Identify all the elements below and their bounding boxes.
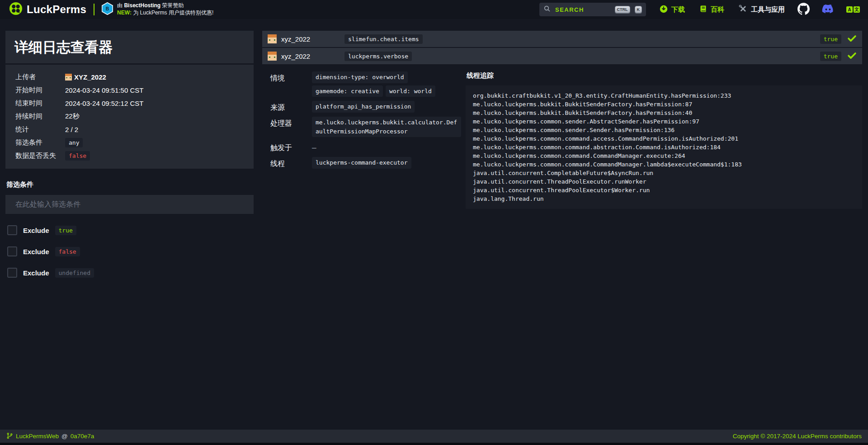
trace-section: 线程追踪 org.bukkit.craftbukkit.v1_20_R3.ent…: [466, 71, 862, 209]
context-value: gamemode: creative: [312, 85, 383, 97]
exclude-false-value: false: [55, 247, 80, 256]
sponsor-name: BisectHosting: [124, 2, 160, 9]
meta-uploader-value: XYZ_2022: [74, 73, 106, 81]
search-label: SEARCH: [555, 6, 610, 13]
footer-repo-link[interactable]: LuckPermsWeb @ 0a70e7a: [6, 432, 94, 440]
caused-by-value: —: [312, 141, 316, 153]
git-branch-icon: [6, 432, 13, 440]
search-button[interactable]: SEARCH CTRL K: [539, 3, 646, 16]
trace-heading: 线程追踪: [467, 71, 862, 80]
trace-line: me.lucko.luckperms.common.command.Comman…: [473, 151, 855, 160]
page-title: 详细日志查看器: [14, 38, 245, 57]
nav-items: 下载 百科: [660, 5, 785, 14]
footer-at-sign: @: [61, 433, 68, 440]
sponsor-prefix: 由: [117, 2, 124, 9]
footer: LuckPermsWeb @ 0a70e7a Copyright © 2017-…: [0, 430, 868, 443]
meta-duration-label: 持续时间: [15, 112, 65, 121]
github-icon[interactable]: [797, 3, 810, 17]
session-sidebar: 详细日志查看器 上传者 XYZ_2022 开始时间 2024-03-24 09:…: [5, 31, 254, 278]
tools-icon: [739, 5, 747, 14]
check-icon: [847, 33, 857, 45]
navbar: LuckPerms B 由 BisectHosting 荣誉赞助 NEW: 为 …: [0, 0, 868, 19]
result-row-user: xyz_2022: [268, 34, 344, 43]
nav-wiki-label: 百科: [711, 5, 724, 14]
exclude-true-checkbox[interactable]: [7, 225, 17, 235]
detail-caused-by-label: 触发于: [262, 141, 312, 153]
trace-line: me.lucko.luckperms.common.command.abstra…: [473, 143, 855, 151]
svg-text:B: B: [106, 6, 109, 11]
meta-filter-row: 筛选条件 any: [15, 137, 245, 147]
detail-thread-row: 线程 luckperms-command-executor: [262, 157, 466, 169]
origin-value: platform_api_has_permission: [312, 101, 415, 113]
header-icon-buttons: A 文: [797, 2, 860, 17]
footer-project-name: LuckPermsWeb: [16, 433, 59, 440]
filter-input[interactable]: [5, 195, 254, 214]
permission-node: luckperms.verbose: [344, 52, 412, 61]
exclude-false-row: Exclude false: [5, 246, 254, 256]
meta-stats-label: 统计: [15, 125, 65, 134]
detail-origin-label: 来源: [262, 101, 312, 113]
result-value-badge: true: [820, 52, 841, 61]
meta-stats-value: 2 / 2: [65, 126, 78, 133]
detail-context-label: 情境: [262, 71, 312, 97]
trace-line: me.lucko.luckperms.bukkit.BukkitSenderFa…: [473, 100, 855, 109]
meta-uploader-label: 上传者: [15, 73, 65, 81]
processor-value: me.lucko.luckperms.bukkit.calculator.Def…: [312, 117, 461, 137]
ctrl-keycap: CTRL: [615, 6, 630, 13]
translate-cjk-glyph: 文: [854, 6, 860, 13]
thread-value: luckperms-command-executor: [312, 157, 411, 169]
meta-end-row: 结束时间 2024-03-24 09:52:12 CST: [15, 98, 245, 108]
player-name: xyz_2022: [281, 35, 310, 43]
detail-caused-by-row: 触发于 —: [262, 141, 466, 153]
detail-origin-row: 来源 platform_api_has_permission: [262, 101, 466, 113]
uploader-avatar: [65, 74, 72, 80]
nav-tools[interactable]: 工具与应用: [739, 5, 785, 14]
detail-fields: 情境 dimension-type: overworld gamemode: c…: [262, 71, 466, 173]
meta-duration-row: 持续时间 22秒: [15, 111, 245, 121]
sponsor-promo: 为 LuckPerms 用户提供特别优惠!: [132, 9, 213, 16]
nav-download-label: 下载: [671, 5, 685, 14]
meta-truncated-label: 数据是否丢失: [15, 151, 65, 160]
meta-start-label: 开始时间: [15, 86, 65, 95]
meta-truncated-row: 数据是否丢失 false: [15, 151, 245, 161]
meta-start-row: 开始时间 2024-03-24 09:51:50 CST: [15, 85, 245, 95]
result-detail-panel: 情境 dimension-type: overworld gamemode: c…: [262, 65, 862, 209]
detail-thread-label: 线程: [262, 157, 312, 169]
trace-line: java.util.concurrent.ThreadPoolExecutor.…: [473, 177, 855, 186]
player-avatar: [268, 52, 277, 61]
brand-link[interactable]: LuckPerms: [9, 2, 86, 17]
filter-heading: 筛选条件: [6, 180, 253, 189]
meta-filter-label: 筛选条件: [15, 138, 65, 147]
search-icon: [543, 5, 551, 14]
nav-wiki[interactable]: 百科: [699, 5, 724, 14]
result-row-1[interactable]: xyz_2022 slimefun.cheat.items true: [262, 31, 862, 47]
exclude-true-label: Exclude: [23, 227, 49, 234]
discord-icon[interactable]: [821, 2, 835, 17]
trace-line: java.lang.Thread.run: [473, 194, 855, 203]
translate-icon[interactable]: A 文: [846, 6, 860, 13]
player-avatar: [268, 34, 277, 43]
exclude-undefined-value: undefined: [55, 268, 94, 278]
trace-line: java.util.concurrent.CompletableFuture$A…: [473, 169, 855, 177]
luckperms-verbose-viewer: LuckPerms B 由 BisectHosting 荣誉赞助 NEW: 为 …: [0, 0, 868, 445]
exclude-false-checkbox[interactable]: [7, 246, 17, 256]
detail-processor-label: 处理器: [262, 117, 312, 137]
permission-node: slimefun.cheat.items: [344, 34, 423, 44]
sponsor-banner[interactable]: B 由 BisectHosting 荣誉赞助 NEW: 为 LuckPerms …: [102, 2, 213, 17]
exclude-false-label: Exclude: [23, 248, 49, 256]
brand-separator: [94, 4, 94, 15]
check-icon: [847, 51, 857, 62]
exclude-undefined-checkbox[interactable]: [7, 268, 17, 278]
trace-line: me.lucko.luckperms.common.sender.Sender.…: [473, 126, 855, 134]
result-row-2[interactable]: xyz_2022 luckperms.verbose true: [262, 48, 862, 64]
results-area: xyz_2022 slimefun.cheat.items true xyz_2…: [262, 31, 862, 209]
k-keycap: K: [635, 6, 642, 13]
detail-context-row: 情境 dimension-type: overworld gamemode: c…: [262, 71, 466, 97]
exclude-undefined-row: Exclude undefined: [5, 268, 254, 278]
stack-trace-block: org.bukkit.craftbukkit.v1_20_R3.entity.C…: [466, 85, 862, 209]
result-row-user: xyz_2022: [268, 52, 344, 61]
exclude-undefined-label: Exclude: [23, 269, 49, 277]
trace-line: me.lucko.luckperms.common.sender.Abstrac…: [473, 117, 855, 126]
context-value: dimension-type: overworld: [312, 71, 408, 83]
nav-download[interactable]: 下载: [660, 5, 685, 14]
